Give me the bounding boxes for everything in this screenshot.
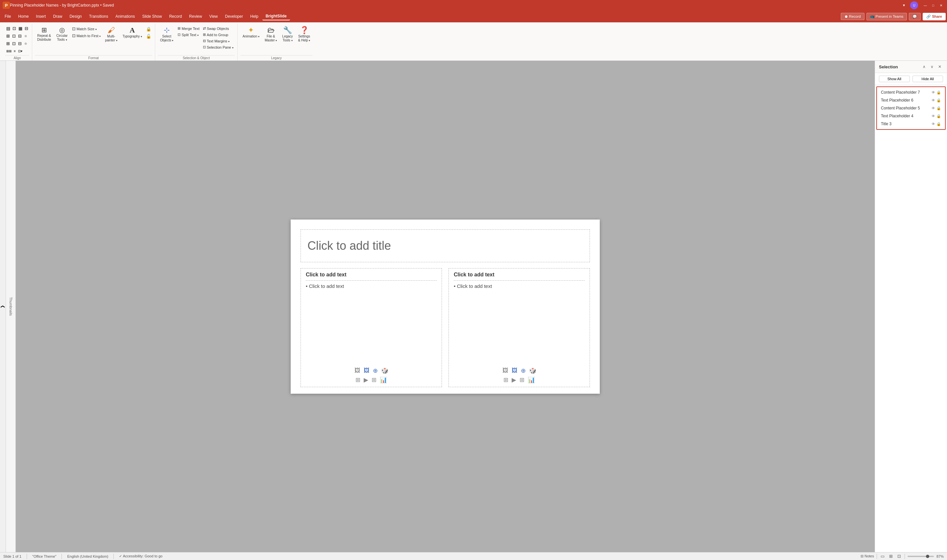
merge-text-btn[interactable]: ⊞ Merge Text — [176, 26, 200, 31]
minimize-button[interactable]: — — [922, 2, 929, 9]
right-icon-smartart[interactable]: ⊞ — [504, 376, 508, 383]
animation-btn[interactable]: ✦ Animation ▾ — [240, 25, 262, 40]
menu-slideshow[interactable]: Slide Show — [139, 13, 165, 20]
right-icon-table[interactable]: ⊞ — [519, 376, 525, 383]
repeat-distribute-btn[interactable]: ⊞ Repeat &Distribute — [35, 25, 53, 43]
item-lock-icon-4[interactable]: 🔒 — [936, 114, 941, 118]
menu-review[interactable]: Review — [186, 13, 205, 20]
align-left-bot-btn[interactable]: ⊞ — [5, 40, 11, 47]
menu-brightslide[interactable]: BrightSlide — [262, 12, 290, 20]
align-right-top-btn[interactable]: ▦ — [17, 25, 23, 32]
thumbnails-panel[interactable]: Thumbnails — [6, 61, 16, 552]
left-icon-3d[interactable]: 🎲 — [381, 367, 388, 374]
match-to-first-btn[interactable]: ⊡ Match to First ▾ — [71, 32, 102, 39]
left-icon-online[interactable]: 🖼 — [364, 367, 370, 374]
align-left-top-btn[interactable]: ▤ — [5, 25, 11, 32]
menu-draw[interactable]: Draw — [50, 13, 65, 20]
title-dropdown[interactable]: ▾ — [903, 3, 905, 8]
item-eye-icon-3[interactable]: 👁 — [932, 106, 935, 111]
selection-item-5[interactable]: Title 3 👁 🔒 — [877, 120, 945, 128]
legacy-tools-btn[interactable]: 🔧 LegacyTools ▾ — [280, 25, 295, 44]
right-content-box[interactable]: Click to add text • Click to add text 🖼 … — [448, 268, 590, 387]
menu-record[interactable]: Record — [166, 13, 185, 20]
menu-home[interactable]: Home — [15, 13, 32, 20]
typography-btn[interactable]: A Typography ▾ — [120, 25, 144, 40]
item-eye-icon-1[interactable]: 👁 — [932, 90, 935, 95]
dist-vert-btn[interactable]: ≡ — [13, 48, 17, 54]
hide-all-btn[interactable]: Hide All — [913, 75, 943, 82]
selection-pane-down-btn[interactable]: ∨ — [929, 63, 935, 70]
align-center-mid-btn[interactable]: ⊡ — [11, 32, 17, 40]
menu-file[interactable]: File — [1, 13, 14, 20]
select-objects-btn[interactable]: ⊹ SelectObjects ▾ — [158, 25, 176, 44]
multi-painter-btn[interactable]: 🖌 Multi-painter ▾ — [103, 25, 119, 44]
user-avatar[interactable]: U — [910, 1, 918, 9]
swap-objects-btn[interactable]: ⇄ Swap Objects — [202, 26, 235, 31]
menu-design[interactable]: Design — [66, 13, 85, 20]
menu-help[interactable]: Help — [247, 13, 262, 20]
right-icon-video[interactable]: ▶ — [512, 376, 516, 383]
format-lock-icon[interactable]: 🔒 — [145, 26, 152, 32]
right-icon-online[interactable]: 🖼 — [512, 367, 517, 374]
item-eye-icon-5[interactable]: 👁 — [932, 122, 935, 126]
selection-pane-close-btn[interactable]: ✕ — [936, 63, 943, 70]
slide-canvas[interactable]: Click to add title Click to add text • C… — [291, 220, 600, 394]
selection-item-3[interactable]: Content Placeholder 5 👁 🔒 — [877, 104, 945, 112]
menu-insert[interactable]: Insert — [32, 13, 49, 20]
left-content-box[interactable]: Click to add text • Click to add text 🖼 … — [300, 268, 442, 387]
align-right-bot-btn[interactable]: ⊟ — [17, 40, 23, 47]
align-center-top-btn[interactable]: ⊡ — [11, 25, 17, 32]
text-margins-btn[interactable]: ⊟ Text Margins ▾ — [202, 38, 235, 44]
menu-view[interactable]: View — [206, 13, 221, 20]
match-size-btn[interactable]: ⊡ Match Size ▾ — [71, 26, 102, 32]
selection-pane-up-btn[interactable]: ∧ — [921, 63, 927, 70]
align-right-mid-btn[interactable]: ⊟ — [17, 32, 23, 40]
notes-btn[interactable]: ⊟ Notes — [861, 554, 874, 558]
menu-developer[interactable]: Developer — [222, 13, 246, 20]
align-center-bot-btn[interactable]: ⊡ — [11, 40, 17, 47]
item-eye-icon-2[interactable]: 👁 — [932, 98, 935, 103]
record-button[interactable]: ⏺ Record — [841, 13, 864, 20]
view-outline-btn[interactable]: ⊡ — [896, 553, 902, 559]
menu-animations[interactable]: Animations — [112, 13, 138, 20]
selection-item-2[interactable]: Text Placeholder 6 👁 🔒 — [877, 96, 945, 104]
item-eye-icon-4[interactable]: 👁 — [932, 114, 935, 118]
selection-item-4[interactable]: Text Placeholder 4 👁 🔒 — [877, 112, 945, 120]
circular-tools-btn[interactable]: ◎ CircularTools ▾ — [54, 25, 70, 43]
show-all-btn[interactable]: Show All — [879, 75, 910, 82]
comments-button[interactable]: 💬 — [909, 13, 921, 20]
format-unlock-icon[interactable]: 🔓 — [145, 33, 152, 40]
sidebar-toggle[interactable]: ❮ — [0, 61, 6, 552]
item-lock-icon-1[interactable]: 🔒 — [936, 90, 941, 95]
menu-transitions[interactable]: Transitions — [86, 13, 111, 20]
right-icon-3d[interactable]: 🎲 — [529, 367, 536, 374]
view-normal-btn[interactable]: ▭ — [879, 553, 885, 559]
view-slide-btn[interactable]: ⊞ — [888, 553, 894, 559]
split-text-btn[interactable]: ⊡ Split Text ▾ — [176, 32, 200, 37]
left-icon-icons[interactable]: ⊕ — [373, 367, 378, 374]
left-icon-video[interactable]: ▶ — [364, 376, 368, 383]
maximize-button[interactable]: □ — [930, 2, 936, 9]
present-teams-button[interactable]: 📺 Present in Teams — [867, 13, 907, 20]
left-icon-chart[interactable]: 📊 — [380, 376, 387, 383]
item-lock-icon-5[interactable]: 🔒 — [936, 122, 941, 126]
close-button[interactable]: ✕ — [938, 2, 944, 9]
selection-pane-btn[interactable]: ⊡ Selection Pane ▾ — [202, 45, 235, 50]
add-to-group-btn[interactable]: ⊞ Add to Group — [202, 32, 235, 37]
item-lock-icon-2[interactable]: 🔒 — [936, 98, 941, 103]
selection-item-1[interactable]: Content Placeholder 7 👁 🔒 — [877, 88, 945, 96]
right-icon-image[interactable]: 🖼 — [502, 367, 508, 374]
left-icon-image[interactable]: 🖼 — [354, 367, 360, 374]
share-button[interactable]: 🔗 Share — [923, 13, 946, 20]
left-icon-table[interactable]: ⊞ — [371, 376, 377, 383]
align-to-btn[interactable]: ⊡▾ — [17, 48, 23, 54]
align-top-btn[interactable]: ⊟ — [24, 25, 29, 32]
settings-help-btn[interactable]: ❓ Settings& Help ▾ — [296, 25, 313, 44]
align-left-mid-btn[interactable]: ⊞ — [5, 32, 11, 40]
right-icon-chart[interactable]: 📊 — [528, 376, 535, 383]
item-lock-icon-3[interactable]: 🔒 — [936, 106, 941, 111]
slide-title-placeholder[interactable]: Click to add title — [300, 229, 590, 262]
left-icon-smartart[interactable]: ⊞ — [356, 376, 360, 383]
right-icon-icons[interactable]: ⊕ — [521, 367, 526, 374]
file-master-btn[interactable]: 🗁 File &Master ▾ — [262, 25, 279, 44]
